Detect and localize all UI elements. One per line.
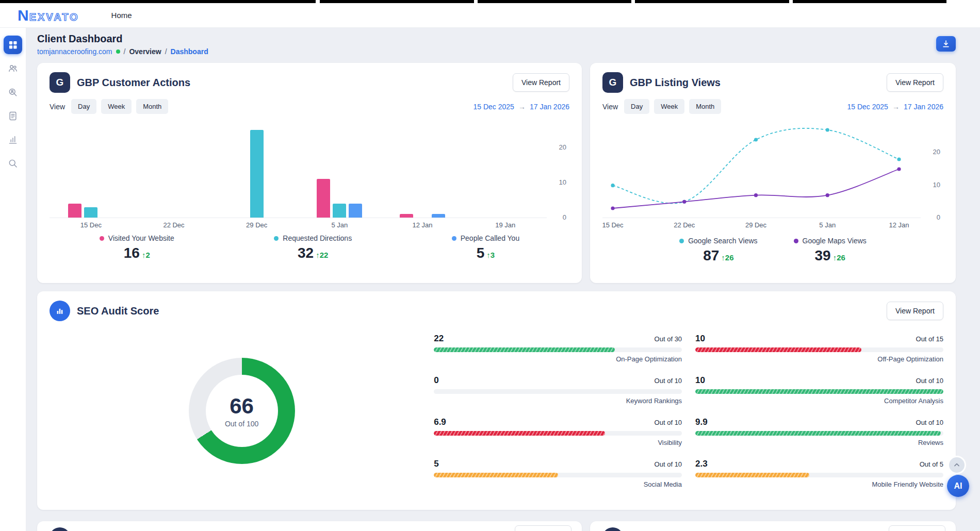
bar-requested-directions [84, 207, 97, 218]
sidebar-item-dashboard[interactable] [4, 36, 22, 54]
metric-value: 6.9 [434, 417, 446, 427]
view-tab-month[interactable]: Month [136, 99, 168, 114]
data-point-google-search-views [826, 128, 829, 131]
breadcrumb-domain[interactable]: tomjannaceroofing.com [37, 47, 112, 56]
chevron-up-icon [953, 461, 961, 469]
scroll-to-top-button[interactable] [948, 456, 966, 474]
seo-audit-score-card: SEO Audit Score View Report 66 Out of 10… [37, 291, 956, 510]
legend-dot [794, 239, 798, 243]
sidebar-item-users[interactable] [4, 59, 22, 78]
bar-people-called-you [432, 214, 445, 218]
download-button[interactable] [936, 36, 956, 52]
metric-value: 9.9 [695, 417, 708, 427]
sidebar-item-seo-search[interactable] [4, 154, 22, 173]
breadcrumb-overview[interactable]: Overview [129, 47, 161, 56]
seo-score-value: 66 [225, 394, 258, 419]
stat-label: Google Maps Views [803, 237, 867, 245]
stat-google-search-views: Google Search Views87↑26 [679, 237, 757, 264]
seo-audit-icon [50, 301, 70, 321]
card-icon [50, 527, 70, 531]
metric-label: Mobile Friendly Website [695, 480, 943, 488]
card-title: GBP Customer Actions [77, 77, 190, 89]
metric-value: 10 [695, 375, 705, 386]
bar-category-12-jan [381, 120, 464, 218]
search-icon [8, 158, 18, 169]
metric-progress-bar [434, 431, 682, 436]
document-icon [8, 111, 18, 121]
bar-category-22-dec [133, 120, 216, 218]
bar-people-called-you [349, 204, 362, 218]
view-tab-month[interactable]: Month [689, 99, 721, 114]
metric-progress-bar [434, 347, 682, 352]
view-tab-day[interactable]: Day [624, 99, 649, 114]
date-range[interactable]: 15 Dec 2025 → 17 Jan 2026 [473, 103, 569, 111]
stat-label: People Called You [461, 234, 519, 242]
breadcrumb-dashboard[interactable]: Dashboard [171, 47, 208, 56]
metric-value: 22 [434, 334, 444, 344]
metric-outof: Out of 30 [655, 335, 682, 343]
date-range-end: 17 Jan 2026 [530, 103, 569, 111]
sidebar [0, 28, 26, 531]
seo-score-donut: 66 Out of 100 [189, 358, 295, 464]
y-axis-tick: 20 [933, 148, 940, 156]
x-axis-label: 15 Dec [50, 221, 133, 229]
breadcrumb-separator: / [165, 47, 167, 56]
view-report-button[interactable]: View Report [887, 302, 943, 320]
stat-delta: ↑26 [833, 253, 845, 262]
view-report-button[interactable]: View Report [887, 73, 943, 92]
legend-dot [100, 236, 104, 241]
metric-label: On-Page Optimization [434, 355, 682, 363]
download-icon [941, 39, 951, 48]
view-tab-week[interactable]: Week [101, 99, 132, 114]
view-report-button-partial[interactable] [889, 525, 945, 531]
arrow-right-icon: → [518, 103, 526, 111]
sidebar-item-lead-search[interactable] [4, 83, 22, 102]
bar-category-15-dec [50, 120, 133, 218]
bar-category-5-jan [298, 120, 381, 218]
bar-visited-your-website [68, 204, 81, 218]
stat-delta: ↑26 [721, 253, 733, 262]
breadcrumb-separator: / [124, 47, 126, 56]
x-axis-label: 29 Dec [745, 221, 766, 229]
gbp-actions-stats: Visited Your Website16↑2Requested Direct… [50, 234, 569, 261]
date-range[interactable]: 15 Dec 2025 → 17 Jan 2026 [847, 103, 943, 111]
arrow-right-icon: → [892, 103, 900, 111]
brand-logo[interactable]: N EXVATO [18, 7, 79, 24]
nav-home-link[interactable]: Home [111, 11, 132, 20]
bottom-cards-row [37, 521, 956, 531]
card-title: SEO Audit Score [77, 305, 159, 317]
data-point-google-maps-views [682, 200, 686, 204]
stat-delta: ↑22 [316, 251, 328, 259]
metric-label: Off-Page Optimization [695, 355, 943, 363]
partial-card-left [37, 521, 582, 531]
stat-value: 16 [124, 245, 140, 261]
view-granularity-tabs: View DayWeekMonth [602, 99, 721, 114]
sidebar-item-reports[interactable] [4, 107, 22, 125]
x-axis-label: 22 Dec [133, 221, 216, 229]
metric-progress-bar [695, 431, 943, 436]
chart-bars-icon [55, 306, 65, 316]
stat-label: Requested Directions [283, 234, 352, 242]
x-axis-label: 22 Dec [674, 221, 695, 229]
stat-value: 87 [703, 247, 719, 264]
top-window-strip [0, 0, 980, 3]
metric-outof: Out of 10 [655, 419, 682, 426]
view-tab-day[interactable]: Day [71, 99, 96, 114]
metric-outof: Out of 10 [916, 377, 943, 385]
view-report-button-partial[interactable] [515, 525, 571, 531]
seo-metric-off-page-optimization: 10Out of 15Off-Page Optimization [695, 334, 943, 363]
seo-metric-keyword-rankings: 0Out of 10Keyword Rankings [434, 375, 682, 405]
view-report-button[interactable]: View Report [513, 73, 569, 92]
sidebar-item-analytics[interactable] [4, 130, 22, 149]
date-range-end: 17 Jan 2026 [904, 103, 943, 111]
data-point-google-maps-views [897, 167, 901, 171]
metric-label: Social Media [434, 480, 682, 488]
view-tab-week[interactable]: Week [654, 99, 684, 114]
dashboard-icon [8, 40, 18, 50]
ai-assistant-button[interactable]: AI [947, 475, 969, 497]
view-granularity-tabs: View DayWeekMonth [50, 99, 168, 114]
y-axis-tick: 0 [937, 213, 940, 221]
stat-value: 32 [298, 245, 314, 261]
stat-delta: ↑2 [142, 251, 150, 259]
data-point-google-search-views [897, 157, 901, 161]
